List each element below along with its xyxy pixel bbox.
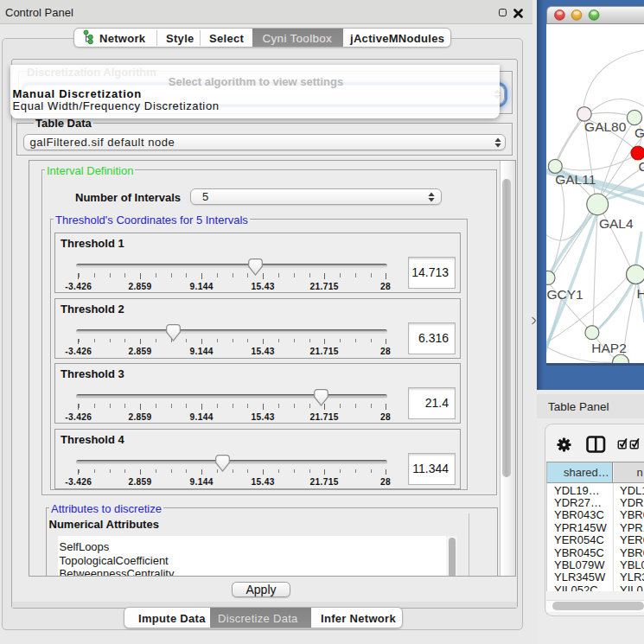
svg-text:C: C [638, 159, 644, 174]
svg-text:GAL80: GAL80 [584, 118, 627, 133]
svg-text:H: H [636, 285, 644, 300]
svg-text:GAL4: GAL4 [598, 215, 633, 230]
svg-text:G.: G. [634, 124, 644, 139]
svg-text:GAL11: GAL11 [555, 171, 596, 186]
svg-text:HAP2: HAP2 [591, 340, 627, 354]
svg-text:GCY1: GCY1 [546, 286, 583, 301]
